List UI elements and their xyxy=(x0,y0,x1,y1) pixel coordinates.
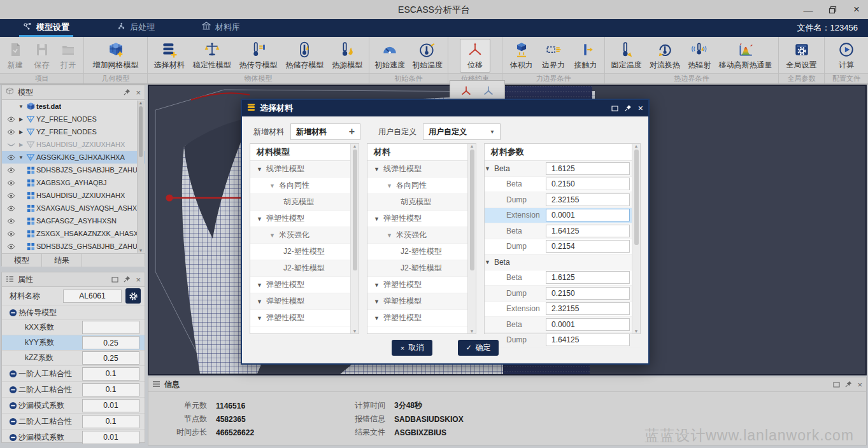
contact-force-button[interactable]: 接触力 xyxy=(573,39,599,72)
list-item[interactable]: ▼米茨强化 xyxy=(250,227,359,244)
stability-model-button[interactable]: 稳定性模型 xyxy=(191,39,233,72)
tree-row[interactable]: SAGFASGZ_ASYHHXSN xyxy=(2,214,145,227)
eye-icon[interactable] xyxy=(4,167,17,173)
cancel-button[interactable]: × 取消 xyxy=(392,340,432,356)
param-group-row[interactable]: ▼Beta 1.6125 xyxy=(485,161,640,177)
eye-icon[interactable] xyxy=(4,116,17,122)
list-item[interactable]: J2-塑性模型 xyxy=(367,260,476,277)
minimize-icon[interactable]: — xyxy=(803,4,813,15)
param-value-field[interactable]: 0.0001 xyxy=(546,318,630,331)
tree-row[interactable]: ▼ test.dat xyxy=(2,100,145,113)
tab-model-settings[interactable]: 模型设置 xyxy=(19,19,73,37)
list-item[interactable]: ▼各向同性 xyxy=(367,178,476,194)
param-value-field[interactable]: 0.2150 xyxy=(546,178,630,190)
property-value-field[interactable] xyxy=(82,321,139,334)
property-value-field[interactable]: 0.25 xyxy=(82,336,139,349)
close-icon[interactable]: × xyxy=(136,275,141,284)
boundary-force-button[interactable]: 边界力 xyxy=(540,39,567,72)
property-value-field[interactable]: 0.01 xyxy=(82,431,139,444)
list-item[interactable]: ▼各向同性 xyxy=(250,178,359,194)
compute-button[interactable]: 计算 xyxy=(835,39,858,72)
collapse-icon[interactable] xyxy=(7,386,18,394)
collapse-icon[interactable] xyxy=(7,433,18,442)
property-value-field[interactable]: 0.01 xyxy=(82,399,139,412)
restore-icon[interactable] xyxy=(827,4,837,15)
tree-row[interactable]: HSAUHDISU_JZXIUXHAHX xyxy=(2,189,145,202)
tree-scrollbar[interactable]: ▲▼ xyxy=(137,101,144,253)
thermal-radiation-button[interactable]: 热辐射 xyxy=(686,39,713,72)
collapse-icon[interactable] xyxy=(7,370,18,378)
list-item[interactable]: J2-塑性模型 xyxy=(250,260,359,277)
tree-row[interactable]: ZSXGX_HSAKAZNZXK_AHASX xyxy=(2,227,145,240)
maximize-icon[interactable] xyxy=(611,102,618,114)
save-button[interactable]: 保存 xyxy=(31,39,53,72)
user-defined-select[interactable]: 用户自定义 ▼ xyxy=(423,123,501,140)
eye-icon[interactable] xyxy=(4,180,17,186)
material-settings-button[interactable] xyxy=(125,288,141,304)
param-value-field[interactable]: 2.32155 xyxy=(546,193,630,206)
list-item[interactable]: ▼弹塑性模型 xyxy=(250,293,359,310)
pin-icon[interactable] xyxy=(124,274,131,285)
tree-row[interactable]: ▶ HSAUHDISU_JZXIUXHAHX xyxy=(2,138,145,151)
heat-storage-button[interactable]: 热储存模型 xyxy=(283,39,325,72)
param-value-field[interactable]: 1.6125 xyxy=(546,162,630,175)
initial-temperature-button[interactable]: 初始温度 xyxy=(410,39,445,72)
list-item[interactable]: ▼弹塑性模型 xyxy=(367,277,476,293)
close-icon[interactable]: × xyxy=(136,88,141,97)
property-section[interactable]: 热传导模型 xyxy=(2,305,145,320)
eye-icon[interactable] xyxy=(4,155,17,160)
displacement-button[interactable]: 位移 xyxy=(460,39,490,73)
maximize-icon[interactable] xyxy=(111,274,118,285)
tab-post-process[interactable]: 后处理 xyxy=(113,19,159,37)
material-name-field[interactable]: AL6061 xyxy=(63,290,122,303)
property-value-field[interactable]: 0.25 xyxy=(82,351,139,365)
list-item[interactable]: ▼弹塑性模型 xyxy=(250,277,359,293)
list-item[interactable]: ▼线弹性模型 xyxy=(367,161,476,178)
scrollbar[interactable]: ▲▼ xyxy=(632,144,640,333)
global-settings-button[interactable]: 全局设置 xyxy=(785,39,819,72)
list-item[interactable]: ▼弹塑性模型 xyxy=(367,211,476,227)
param-group-row[interactable]: ▼Beta xyxy=(485,255,640,270)
select-material-button[interactable]: 选择材料 xyxy=(152,39,187,72)
param-value-field[interactable]: 2.32155 xyxy=(546,302,630,315)
model-tab[interactable]: 模型 xyxy=(2,254,42,267)
tree-row[interactable]: SDHSBJZS_GHSABJHB_ZAHU xyxy=(2,164,145,176)
add-icon[interactable]: + xyxy=(349,126,355,137)
collapse-icon[interactable] xyxy=(7,402,18,410)
pin-icon[interactable] xyxy=(124,87,131,98)
pin-icon[interactable] xyxy=(625,102,632,114)
list-item[interactable]: ▼弹塑性模型 xyxy=(250,211,359,227)
property-value-field[interactable]: 0.1 xyxy=(82,383,139,396)
tree-row[interactable]: XSAXGAUS_AISYAQSH_ASHX xyxy=(2,202,145,214)
list-item[interactable]: ▼弹塑性模型 xyxy=(367,310,476,326)
tree-row[interactable]: ▶ YZ_FREE_NODES xyxy=(2,125,145,138)
list-item[interactable]: ▼弹塑性模型 xyxy=(250,310,359,326)
heat-conduction-button[interactable]: 热传导模型 xyxy=(237,39,279,72)
eye-icon[interactable] xyxy=(4,129,17,135)
eye-closed-icon[interactable] xyxy=(4,142,17,148)
dialog-header[interactable]: 选择材料 × xyxy=(242,100,648,116)
collapse-icon[interactable] xyxy=(7,417,18,426)
eye-icon[interactable] xyxy=(4,244,17,249)
list-item[interactable]: 胡克模型 xyxy=(250,194,359,211)
initial-velocity-button[interactable]: 初始速度 xyxy=(373,39,407,72)
tree-row-selected[interactable]: ▼ AGSGKJKG_GJHXAJKHXA xyxy=(2,151,145,164)
convection-button[interactable]: 对流换热 xyxy=(648,39,682,72)
pin-icon[interactable] xyxy=(845,379,852,390)
confirm-button[interactable]: ✓ 确定 xyxy=(458,340,499,356)
list-item[interactable]: ▼弹塑性模型 xyxy=(367,293,476,310)
param-value-field[interactable]: 0.2154 xyxy=(546,240,630,253)
param-value-field[interactable]: 1.64125 xyxy=(546,225,630,237)
param-value-field[interactable]: 0.0001 xyxy=(546,209,630,221)
add-mesh-model-button[interactable]: 增加网格模型 xyxy=(91,39,141,72)
param-value-field[interactable]: 1.6125 xyxy=(546,271,630,284)
body-force-button[interactable]: 体积力 xyxy=(508,39,535,72)
tree-row[interactable]: SDHSBJZS_GHSABJHB_ZAHU xyxy=(2,240,145,253)
param-value-field[interactable]: 0.2150 xyxy=(546,287,630,300)
eye-icon[interactable] xyxy=(4,193,17,199)
moving-gauss-flux-button[interactable]: 移动高斯热通量 xyxy=(717,39,774,72)
close-icon[interactable]: × xyxy=(851,4,862,15)
list-item[interactable]: ▼米茨强化 xyxy=(367,227,476,244)
list-item[interactable]: J2-塑性模型 xyxy=(250,244,359,260)
result-tab[interactable]: 结果 xyxy=(42,254,82,267)
